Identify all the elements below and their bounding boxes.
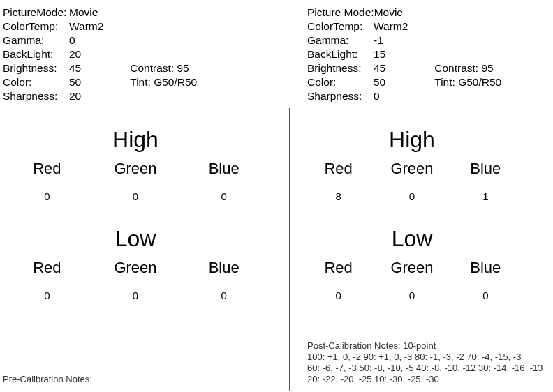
sharpness-label: Sharpness: xyxy=(3,89,69,103)
color-temp-label: ColorTemp: xyxy=(307,20,374,33)
brightness-value: 45 xyxy=(374,61,385,75)
gamma-label: Gamma: xyxy=(3,33,69,47)
gamma-value: -1 xyxy=(374,33,383,47)
blue-label: Blue xyxy=(179,160,268,178)
red-label: Red xyxy=(302,160,375,178)
color-label: Color: xyxy=(3,75,69,89)
high-blue-value: 0 xyxy=(179,190,268,202)
backlight-label: BackLight: xyxy=(307,47,374,61)
blue-label: Blue xyxy=(449,259,522,277)
pre-calibration-notes: Pre-Calibration Notes: xyxy=(3,374,268,385)
post-high-block: High Red Green Blue 8 0 1 xyxy=(279,127,545,202)
picture-mode-label: Picture Mode: xyxy=(307,6,374,20)
contrast-value: 95 xyxy=(481,62,493,74)
high-red-value: 8 xyxy=(302,190,375,202)
color-label: Color: xyxy=(307,75,374,89)
contrast-value: 95 xyxy=(177,62,189,74)
low-green-value: 0 xyxy=(375,289,448,301)
backlight-value: 20 xyxy=(69,47,81,61)
blue-label: Blue xyxy=(179,259,268,277)
tint-value: G50/R50 xyxy=(458,76,501,88)
gamma-value: 0 xyxy=(69,33,75,47)
red-label: Red xyxy=(3,259,91,277)
high-green-value: 0 xyxy=(375,190,448,202)
post-calibration-notes: Post-Calibration Notes: 10-point 100: +1… xyxy=(307,340,545,385)
red-label: Red xyxy=(3,160,91,178)
green-label: Green xyxy=(91,259,180,277)
green-label: Green xyxy=(375,160,448,178)
green-label: Green xyxy=(375,259,448,277)
picture-mode-label: PictureMode: xyxy=(3,6,69,20)
sharpness-value: 20 xyxy=(69,89,81,103)
pre-settings: PictureMode: Movie ColorTemp: Warm2 Gamm… xyxy=(3,6,268,103)
high-blue-value: 1 xyxy=(449,190,522,202)
brightness-value: 45 xyxy=(69,61,81,75)
contrast-label: Contrast: xyxy=(130,62,174,74)
vertical-divider xyxy=(289,108,290,391)
backlight-value: 15 xyxy=(374,47,385,61)
tint-label: Tint: xyxy=(434,76,455,88)
picture-mode-value: Movie xyxy=(374,6,403,20)
blue-label: Blue xyxy=(449,160,522,178)
low-red-value: 0 xyxy=(3,289,91,301)
red-label: Red xyxy=(302,259,375,277)
low-title: Low xyxy=(3,226,268,252)
post-low-block: Low Red Green Blue 0 0 0 xyxy=(279,226,545,301)
gamma-label: Gamma: xyxy=(307,33,374,47)
post-settings: Picture Mode: Movie ColorTemp: Warm2 Gam… xyxy=(279,6,545,103)
high-title: High xyxy=(3,127,268,153)
sharpness-label: Sharpness: xyxy=(307,89,374,103)
low-blue-value: 0 xyxy=(179,289,268,301)
brightness-label: Brightness: xyxy=(307,61,374,75)
color-value: 50 xyxy=(69,75,81,89)
tint-label: Tint: xyxy=(130,76,151,88)
sharpness-value: 0 xyxy=(374,89,380,103)
high-red-value: 0 xyxy=(3,190,91,202)
high-title: High xyxy=(302,127,522,153)
low-blue-value: 0 xyxy=(449,289,522,301)
backlight-label: BackLight: xyxy=(3,47,69,61)
low-red-value: 0 xyxy=(302,289,375,301)
color-value: 50 xyxy=(374,75,385,89)
color-temp-value: Warm2 xyxy=(69,20,103,33)
brightness-label: Brightness: xyxy=(3,61,69,75)
high-green-value: 0 xyxy=(91,190,180,202)
green-label: Green xyxy=(91,160,180,178)
tint-value: G50/R50 xyxy=(154,76,197,88)
color-temp-value: Warm2 xyxy=(374,20,408,33)
pre-high-block: High Red Green Blue 0 0 0 xyxy=(3,127,268,202)
low-title: Low xyxy=(302,226,522,252)
pre-low-block: Low Red Green Blue 0 0 0 xyxy=(3,226,268,301)
contrast-label: Contrast: xyxy=(434,62,478,74)
color-temp-label: ColorTemp: xyxy=(3,20,69,33)
picture-mode-value: Movie xyxy=(69,6,98,20)
low-green-value: 0 xyxy=(91,289,180,301)
